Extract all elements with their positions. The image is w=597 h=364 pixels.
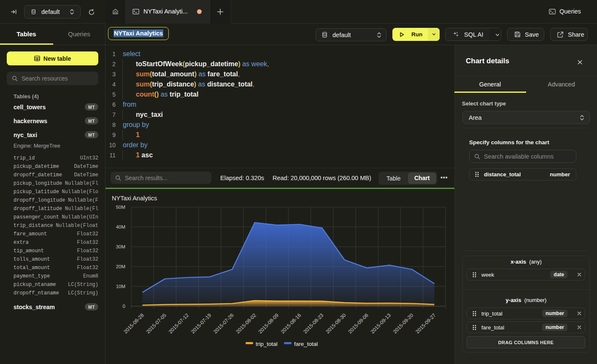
svg-text:30M: 30M <box>116 244 125 249</box>
svg-text:2015-07-05: 2015-07-05 <box>145 312 168 335</box>
svg-text:2015-09-13: 2015-09-13 <box>370 312 392 335</box>
svg-text:2015-07-12: 2015-07-12 <box>167 312 190 335</box>
svg-text:2015-08-09: 2015-08-09 <box>257 312 280 335</box>
svg-text:NYTaxi Analytics: NYTaxi Analytics <box>112 195 157 202</box>
svg-text:2015-07-26: 2015-07-26 <box>212 312 235 335</box>
svg-text:2015-08-30: 2015-08-30 <box>324 312 347 335</box>
svg-text:2015-08-16: 2015-08-16 <box>280 312 303 335</box>
svg-text:0: 0 <box>123 304 125 309</box>
svg-text:fare_total: fare_total <box>294 341 318 347</box>
svg-text:2015-08-02: 2015-08-02 <box>235 312 257 335</box>
svg-text:50M: 50M <box>116 205 125 210</box>
svg-text:trip_total: trip_total <box>256 341 278 347</box>
svg-text:20M: 20M <box>116 264 125 269</box>
svg-text:2015-09-27: 2015-09-27 <box>414 312 437 335</box>
svg-text:2015-06-28: 2015-06-28 <box>122 312 145 335</box>
svg-text:40M: 40M <box>116 224 125 229</box>
svg-text:2015-07-19: 2015-07-19 <box>190 312 213 335</box>
svg-text:2015-09-20: 2015-09-20 <box>392 312 415 335</box>
svg-text:2015-09-06: 2015-09-06 <box>347 312 370 335</box>
svg-text:10M: 10M <box>116 284 125 289</box>
svg-text:2015-08-23: 2015-08-23 <box>302 312 325 335</box>
